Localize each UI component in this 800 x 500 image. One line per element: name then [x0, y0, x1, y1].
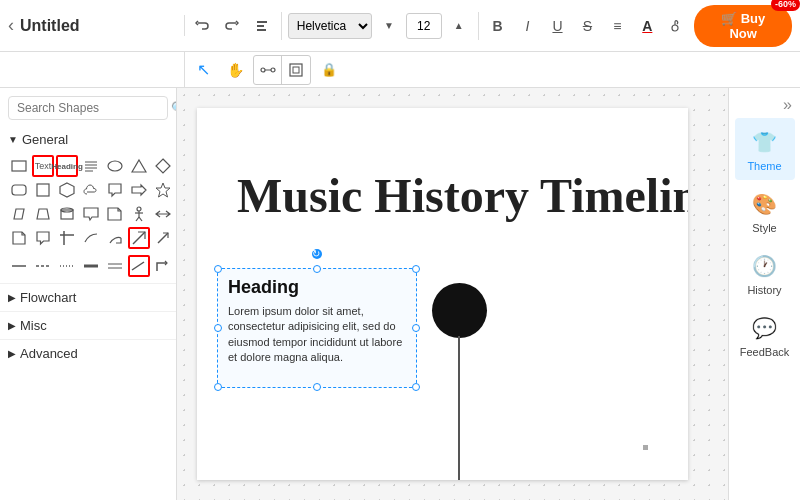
font-size-down[interactable]: ▼	[376, 12, 402, 40]
redo-button[interactable]	[219, 12, 245, 40]
paint-button[interactable]	[664, 12, 690, 40]
feedback-panel-button[interactable]: 💬 FeedBack	[735, 304, 795, 366]
connector-tool[interactable]	[254, 56, 282, 84]
shape-arrow-up-right[interactable]	[128, 227, 150, 249]
svg-rect-17	[12, 185, 26, 195]
svg-point-4	[261, 68, 265, 72]
handle-bot-right[interactable]	[412, 383, 420, 391]
misc-label: Misc	[20, 318, 47, 333]
strikethrough-button[interactable]: S	[574, 12, 600, 40]
buy-now-button[interactable]: 🛒 Buy Now -60%	[694, 5, 792, 47]
shape-line[interactable]	[8, 255, 30, 277]
font-size-up[interactable]: ▲	[446, 12, 472, 40]
black-circle[interactable]	[432, 283, 487, 338]
shape-arrow-line[interactable]	[128, 255, 150, 277]
back-button[interactable]: ‹	[8, 15, 14, 36]
handle-mid-left[interactable]	[214, 324, 222, 332]
shape-heading[interactable]: Heading	[56, 155, 78, 177]
box-heading[interactable]: Heading	[228, 277, 406, 298]
format-button[interactable]	[249, 12, 275, 40]
shape-square[interactable]	[32, 179, 54, 201]
shape-hexagon[interactable]	[56, 179, 78, 201]
shape-arrow-diagonal[interactable]	[152, 227, 174, 249]
shape-parallelogram[interactable]	[8, 203, 30, 225]
bold-button[interactable]: B	[485, 12, 511, 40]
general-section: ▼ General Text Heading	[0, 128, 176, 279]
handle-top-left[interactable]	[214, 265, 222, 273]
shape-s-curve[interactable]	[80, 227, 102, 249]
svg-rect-7	[290, 64, 302, 76]
toolbar2-left	[8, 52, 185, 87]
canvas-page[interactable]: « Music History Timeline	[197, 108, 688, 480]
style-panel-button[interactable]: 🎨 Style	[735, 180, 795, 242]
flowchart-label: Flowchart	[20, 290, 76, 305]
svg-marker-16	[156, 159, 170, 173]
search-input[interactable]	[17, 101, 167, 115]
handle-mid-right[interactable]	[412, 324, 420, 332]
shape-speech-bubble[interactable]	[104, 179, 126, 201]
shape-cloud[interactable]	[80, 179, 102, 201]
svg-rect-8	[293, 67, 299, 73]
handle-top-right[interactable]	[412, 265, 420, 273]
handle-top-center[interactable]	[313, 265, 321, 273]
shape-double-arrow[interactable]	[152, 203, 174, 225]
selected-text-box[interactable]: Heading Lorem ipsum dolor sit amet, cons…	[217, 268, 417, 388]
shape-rounded-rect[interactable]	[8, 179, 30, 201]
shape-paragraph[interactable]	[80, 155, 102, 177]
shape-dashed-line[interactable]	[32, 255, 54, 277]
undo-button[interactable]	[189, 12, 215, 40]
shape-dotted-line[interactable]	[56, 255, 78, 277]
shape-callout[interactable]	[80, 203, 102, 225]
shape-rectangle[interactable]	[8, 155, 30, 177]
shape-trapezoid[interactable]	[32, 203, 54, 225]
shape-star[interactable]	[152, 179, 174, 201]
box-body[interactable]: Lorem ipsum dolor sit amet, consectetur …	[228, 304, 406, 366]
shape-cross[interactable]	[56, 227, 78, 249]
shape-tools	[253, 55, 311, 85]
canvas-area[interactable]: « Music History Timeline	[177, 88, 728, 500]
shape-comment[interactable]	[32, 227, 54, 249]
theme-panel-button[interactable]: 👕 Theme	[735, 118, 795, 180]
advanced-arrow: ▶	[8, 348, 16, 359]
dot-indicator	[643, 445, 648, 450]
shape-curved-arrow[interactable]	[104, 227, 126, 249]
toolbar-row2: ↖ ✋ 🔒	[0, 52, 800, 88]
shape-bent-arrow[interactable]	[152, 255, 174, 277]
align-button[interactable]: ≡	[604, 12, 630, 40]
flowchart-section[interactable]: ▶ Flowchart	[0, 283, 176, 311]
general-header[interactable]: ▼ General	[8, 128, 168, 151]
shape-arrow-right[interactable]	[128, 179, 150, 201]
italic-button[interactable]: I	[515, 12, 541, 40]
select-tool[interactable]: ↖	[189, 56, 217, 84]
shape-note[interactable]	[8, 227, 30, 249]
svg-marker-19	[60, 183, 74, 197]
lock-tool[interactable]: 🔒	[315, 56, 343, 84]
advanced-section[interactable]: ▶ Advanced	[0, 339, 176, 367]
handle-bot-left[interactable]	[214, 383, 222, 391]
underline-button[interactable]: U	[545, 12, 571, 40]
handle-bot-center[interactable]	[313, 383, 321, 391]
shape-ellipse[interactable]	[104, 155, 126, 177]
font-select[interactable]: Helvetica	[288, 13, 372, 39]
shape-thick-line[interactable]	[80, 255, 102, 277]
shape-triangle[interactable]	[128, 155, 150, 177]
canvas-title[interactable]: Music History Timeline	[237, 168, 688, 223]
toolbar-row1: ‹ Untitled Helvetica ▼ ▲ B I U S ≡ A 🛒	[0, 0, 800, 52]
cart-icon: 🛒	[721, 11, 737, 26]
shape-cylinder[interactable]	[56, 203, 78, 225]
shape-double-line[interactable]	[104, 255, 126, 277]
color-button[interactable]: A	[634, 12, 660, 40]
pan-tool[interactable]: ✋	[221, 56, 249, 84]
history-panel-button[interactable]: 🕐 History	[735, 242, 795, 304]
shape-document[interactable]	[104, 203, 126, 225]
svg-line-30	[139, 217, 142, 221]
svg-line-31	[133, 232, 145, 244]
shape-stickman[interactable]	[128, 203, 150, 225]
misc-section[interactable]: ▶ Misc	[0, 311, 176, 339]
expand-button[interactable]: »	[779, 92, 796, 118]
frame-tool[interactable]	[282, 56, 310, 84]
rotation-handle[interactable]	[312, 249, 322, 259]
svg-point-26	[137, 207, 141, 211]
shape-diamond[interactable]	[152, 155, 174, 177]
font-size-input[interactable]	[406, 13, 442, 39]
